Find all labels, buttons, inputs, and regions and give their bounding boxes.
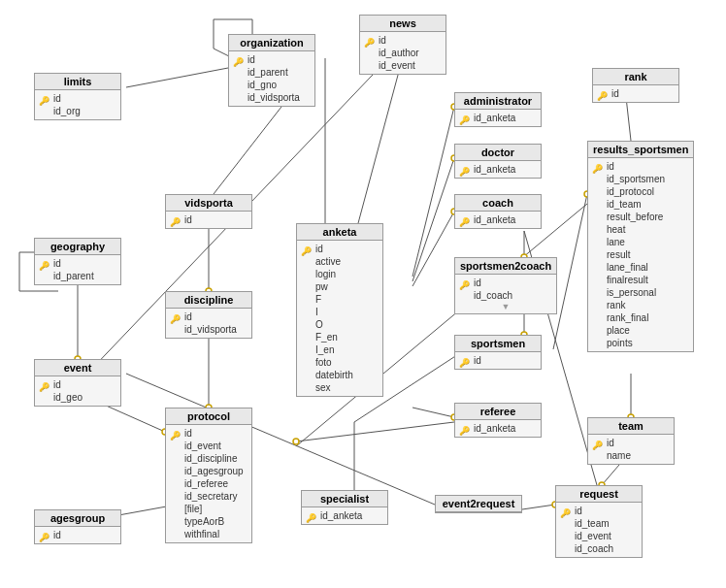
table-header-specialist: specialist bbox=[302, 491, 387, 507]
table-body-vidsporta: id bbox=[166, 212, 251, 228]
key-icon bbox=[459, 356, 471, 366]
key-icon bbox=[364, 36, 376, 46]
field-news-2: id_event bbox=[364, 59, 442, 72]
key-icon bbox=[592, 439, 604, 448]
field-administrator-0: id_anketa bbox=[459, 112, 537, 124]
field-sportsmen2coach-0: id bbox=[459, 277, 552, 289]
table-vidsporta: vidsportaid bbox=[165, 194, 252, 229]
field-protocol-4: id_referee bbox=[170, 477, 248, 490]
field-organization-2: id_gno bbox=[233, 79, 311, 91]
field-name-anketa-8: I_en bbox=[315, 344, 334, 355]
table-body-geography: idid_parent bbox=[35, 255, 120, 284]
field-results_sportsmen-8: lane_final bbox=[592, 261, 689, 274]
field-anketa-11: sex bbox=[301, 381, 379, 394]
table-body-sportsmen: id bbox=[455, 352, 541, 369]
field-name-protocol-6: [file] bbox=[184, 504, 202, 514]
table-body-team: idname bbox=[588, 435, 674, 464]
field-name-organization-2: id_gno bbox=[248, 80, 277, 90]
field-name-protocol-3: id_agesgroup bbox=[184, 466, 244, 476]
svg-line-4 bbox=[412, 107, 454, 277]
field-request-1: id_team bbox=[560, 517, 638, 530]
table-header-administrator: administrator bbox=[455, 93, 541, 110]
field-results_sportsmen-4: result_before bbox=[592, 211, 689, 223]
field-name-team-0: id bbox=[607, 438, 614, 448]
field-name-anketa-4: F bbox=[315, 294, 321, 305]
field-anketa-4: F bbox=[301, 293, 379, 306]
table-body-results_sportsmen: idid_sportsmenid_protocolid_teamresult_b… bbox=[588, 158, 693, 351]
table-body-event: idid_geo bbox=[35, 376, 120, 406]
field-name-anketa-11: sex bbox=[315, 382, 331, 393]
table-header-results_sportsmen: results_sportsmen bbox=[588, 142, 693, 158]
key-icon bbox=[301, 245, 313, 254]
field-organization-3: id_vidsporta bbox=[233, 91, 311, 104]
field-anketa-2: login bbox=[301, 268, 379, 280]
field-name-request-1: id_team bbox=[575, 518, 610, 529]
field-anketa-9: foto bbox=[301, 356, 379, 369]
field-anketa-10: datebirth bbox=[301, 369, 379, 381]
field-name-discipline-1: id_vidsporta bbox=[184, 324, 237, 335]
er-diagram: newsidid_authorid_eventorganizationidid_… bbox=[0, 0, 726, 588]
field-name-results_sportsmen-13: place bbox=[607, 325, 630, 336]
key-icon bbox=[560, 506, 572, 516]
key-icon bbox=[459, 114, 471, 123]
table-body-limits: idid_org bbox=[35, 90, 120, 119]
field-name-results_sportsmen-1: id_sportsmen bbox=[607, 174, 665, 184]
field-name-organization-1: id_parent bbox=[248, 67, 288, 78]
field-request-0: id bbox=[560, 505, 638, 517]
field-name-rank-0: id bbox=[611, 88, 619, 99]
field-name-team-1: name bbox=[607, 450, 631, 461]
field-anketa-8: I_en bbox=[301, 343, 379, 356]
field-protocol-7: typeAorB bbox=[170, 515, 248, 528]
table-protocol: protocolidid_eventid_disciplineid_agesgr… bbox=[165, 408, 252, 543]
field-name-results_sportsmen-3: id_team bbox=[607, 199, 642, 210]
key-icon bbox=[39, 259, 50, 269]
field-name-sportsmen2coach-0: id bbox=[474, 278, 481, 288]
field-protocol-8: withfinal bbox=[170, 528, 248, 540]
table-header-anketa: anketa bbox=[297, 224, 382, 241]
field-name-results_sportsmen-12: rank_final bbox=[607, 312, 648, 323]
field-protocol-6: [file] bbox=[170, 503, 248, 515]
field-organization-0: id bbox=[233, 53, 311, 66]
field-sportsmen2coach-1: id_coach bbox=[459, 289, 552, 302]
table-body-news: idid_authorid_event bbox=[360, 32, 446, 74]
table-results_sportsmen: results_sportsmenidid_sportsmenid_protoc… bbox=[587, 141, 694, 352]
field-results_sportsmen-11: rank bbox=[592, 299, 689, 311]
svg-line-7 bbox=[412, 408, 454, 417]
field-name-sportsmen2coach-1: id_coach bbox=[474, 290, 512, 301]
key-icon bbox=[170, 429, 182, 439]
table-sportsmen2coach: sportsmen2coachidid_coach▼ bbox=[454, 257, 557, 314]
field-name-results_sportsmen-2: id_protocol bbox=[607, 186, 654, 197]
field-agesgroup-0: id bbox=[39, 529, 116, 541]
key-icon bbox=[39, 380, 50, 390]
table-header-discipline: discipline bbox=[166, 292, 251, 309]
field-event-1: id_geo bbox=[39, 391, 116, 404]
field-name-doctor-0: id_anketa bbox=[474, 164, 515, 175]
field-name-request-0: id bbox=[575, 506, 582, 516]
field-geography-0: id bbox=[39, 257, 116, 270]
field-doctor-0: id_anketa bbox=[459, 163, 537, 176]
field-results_sportsmen-12: rank_final bbox=[592, 311, 689, 324]
field-name-anketa-6: O bbox=[315, 319, 323, 330]
table-header-request: request bbox=[556, 486, 642, 503]
field-news-1: id_author bbox=[364, 47, 442, 59]
table-header-referee: referee bbox=[455, 404, 541, 420]
table-body-rank: id bbox=[593, 85, 678, 102]
svg-line-19 bbox=[296, 422, 454, 441]
table-body-specialist: id_anketa bbox=[302, 507, 387, 524]
field-referee-0: id_anketa bbox=[459, 422, 537, 435]
field-name-organization-3: id_vidsporta bbox=[248, 92, 300, 103]
field-news-0: id bbox=[364, 34, 442, 47]
key-icon bbox=[170, 312, 182, 322]
table-body-referee: id_anketa bbox=[455, 420, 541, 437]
table-header-rank: rank bbox=[593, 69, 678, 85]
field-name-results_sportsmen-14: points bbox=[607, 338, 633, 348]
field-name-anketa-3: pw bbox=[315, 281, 328, 292]
svg-line-6 bbox=[412, 212, 454, 286]
table-body-discipline: idid_vidsporta bbox=[166, 309, 251, 338]
field-anketa-1: active bbox=[301, 255, 379, 268]
key-icon bbox=[459, 215, 471, 225]
field-team-1: name bbox=[592, 449, 670, 462]
key-icon bbox=[597, 89, 609, 99]
table-header-event2request: event2request bbox=[436, 496, 521, 512]
svg-line-23 bbox=[553, 194, 587, 349]
